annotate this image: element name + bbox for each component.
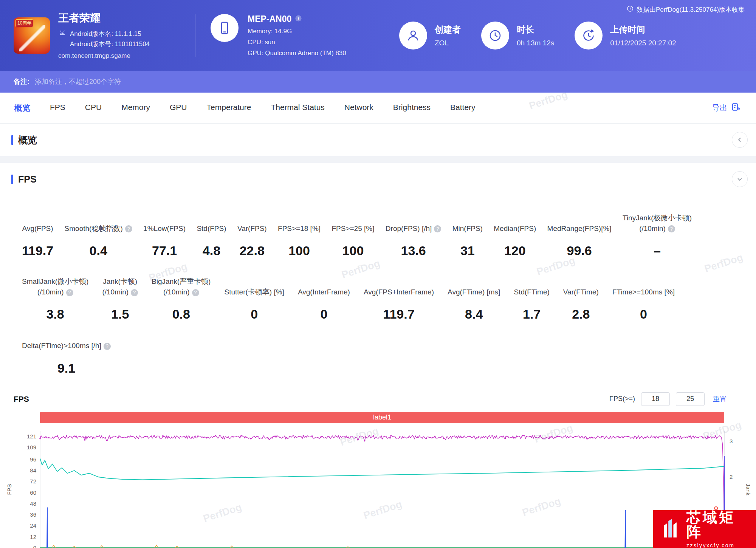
creator-value: ZOL [435, 39, 461, 47]
overview-section-title: 概览 [18, 134, 37, 146]
metric-value: 3.8 [22, 307, 88, 322]
fps-max-input[interactable] [676, 392, 705, 406]
tab-Battery[interactable]: Battery [450, 103, 476, 113]
metric-value: 77.1 [143, 243, 186, 258]
device-info-icon[interactable]: i [295, 14, 302, 24]
metric-cell: MedRange(FPS)[%]99.6 [547, 223, 612, 259]
app-block: 10周年 王者荣耀 Android版本名: 11.1.1.15 Android版… [14, 11, 191, 60]
export-button[interactable]: 导出 [712, 102, 741, 114]
metric-value: 4.8 [197, 243, 226, 258]
creator-icon [399, 22, 427, 50]
svg-text:36: 36 [30, 511, 36, 518]
svg-text:12: 12 [30, 533, 36, 540]
metric-cell: SmallJank(微小卡顿)(/10min)?3.8 [22, 276, 88, 322]
svg-text:0: 0 [33, 545, 36, 548]
device-block: MEP-AN00 i Memory: 14.9G CPU: sun GPU: Q… [211, 14, 379, 57]
section-divider [0, 156, 756, 163]
metric-cell: FPS>=25 [%]100 [332, 223, 374, 259]
help-icon[interactable]: ? [668, 225, 675, 232]
metric-value: 100 [278, 243, 321, 258]
duration-value: 0h 13m 12s [517, 39, 554, 47]
tab-概览[interactable]: 概览 [14, 103, 30, 113]
metric-value: 100 [332, 243, 374, 258]
metric-cell: Min(FPS)31 [452, 223, 483, 259]
metric-value: 1.7 [514, 307, 549, 322]
overview-collapse-button[interactable] [732, 132, 748, 148]
metric-value: 120 [494, 243, 536, 258]
tab-FPS[interactable]: FPS [50, 103, 65, 113]
upload-value: 01/12/2025 20:27:02 [610, 39, 676, 47]
game-app-icon: 10周年 [14, 17, 50, 54]
tab-Brightness[interactable]: Brightness [393, 103, 431, 113]
help-icon[interactable]: ? [125, 225, 132, 232]
fps-section: FPS Avg(FPS)119.7Smooth(稳帧指数)?0.41%Low(F… [0, 163, 756, 548]
metric-value: 9.1 [22, 361, 111, 376]
metric-label: Var(FPS) [237, 223, 267, 234]
package-name: com.tencent.tmgp.sgame [58, 52, 150, 60]
metric-cell: TinyJank(极微小卡顿)(/10min)?– [623, 213, 692, 258]
help-icon[interactable]: ? [66, 289, 73, 296]
metric-cell: Std(FPS)4.8 [197, 223, 226, 259]
brand-site: zzslyyxcfy.com [686, 542, 750, 548]
metric-cell: Var(FTime)2.8 [563, 287, 599, 322]
help-icon[interactable]: ? [104, 343, 111, 350]
fps-min-input[interactable] [641, 392, 670, 406]
tab-GPU[interactable]: GPU [170, 103, 187, 113]
metric-value: 119.7 [22, 243, 53, 258]
metric-cell: Stutter(卡顿率) [%]0 [224, 287, 284, 322]
metric-label: Median(FPS) [494, 223, 536, 234]
device-memory: Memory: 14.9G [248, 28, 346, 35]
collect-note: i 数据由PerfDog(11.3.250764)版本收集 [627, 5, 745, 14]
android-version-name: Android版本名: 11.1.1.15 [70, 29, 150, 39]
metric-cell: Delta(FTime)>100ms [/h]?9.1 [22, 341, 111, 376]
metric-value: 119.7 [364, 307, 434, 322]
svg-text:96: 96 [30, 456, 36, 462]
android-version-code: Android版本号: 1101011504 [70, 39, 150, 49]
metric-value: 31 [452, 243, 483, 258]
metric-label: Var(FTime) [563, 287, 599, 297]
fps-line-chart: 0122436486072849610912112300:0000:4201:2… [0, 425, 756, 548]
metric-label: Stutter(卡顿率) [%] [224, 287, 284, 297]
metric-cell: FTime>=100ms [%]0 [612, 287, 675, 322]
metric-label: BigJank(严重卡顿)(/10min)? [152, 276, 211, 297]
tab-Network[interactable]: Network [344, 103, 373, 113]
fps-metrics-row-1: Avg(FPS)119.7Smooth(稳帧指数)?0.41%Low(FPS)7… [0, 213, 756, 258]
fps-collapse-button[interactable] [732, 171, 748, 187]
chart-header: FPS FPS(>=) 重置 [0, 392, 756, 406]
header-divider [195, 14, 195, 57]
metric-cell: Avg(FTime) [ms]8.4 [448, 287, 500, 322]
tab-bar: 概览FPSCPUMemoryGPUTemperatureThermal Stat… [0, 93, 756, 124]
creator-label: 创建者 [435, 24, 461, 36]
help-icon[interactable]: ? [434, 225, 441, 232]
reset-link[interactable]: 重置 [713, 395, 727, 404]
metric-label: TinyJank(极微小卡顿)(/10min)? [623, 213, 692, 234]
duration-label: 时长 [517, 24, 554, 36]
tab-Memory[interactable]: Memory [121, 103, 150, 113]
perfdog-report-page: 10周年 王者荣耀 Android版本名: 11.1.1.15 Android版… [0, 0, 756, 548]
metric-value: 0.8 [152, 307, 211, 322]
tab-Thermal Status[interactable]: Thermal Status [271, 103, 324, 113]
chart-label-band: label1 [40, 412, 724, 423]
overview-section: 概览 [0, 124, 756, 156]
metric-value: 99.6 [547, 243, 612, 258]
duration-block: 时长 0h 13m 12s [481, 22, 554, 50]
help-icon[interactable]: ? [131, 289, 138, 296]
remark-bar[interactable]: 备注: 添加备注，不超过200个字符 [0, 71, 756, 93]
brand-name: 芯域矩阵 [686, 510, 750, 539]
metric-cell: 1%Low(FPS)77.1 [143, 223, 186, 259]
help-icon[interactable]: ? [192, 289, 199, 296]
metric-value: 0 [298, 307, 350, 322]
tab-CPU[interactable]: CPU [85, 103, 102, 113]
metric-label: FTime>=100ms [%] [612, 287, 675, 297]
metric-value: – [623, 243, 692, 258]
metric-value: 1.5 [102, 307, 138, 322]
metric-cell: Var(FPS)22.8 [237, 223, 267, 259]
upload-time-icon [575, 22, 603, 50]
metric-cell: BigJank(严重卡顿)(/10min)?0.8 [152, 276, 211, 322]
svg-text:24: 24 [30, 522, 36, 529]
metric-value: 13.6 [386, 243, 441, 258]
metric-label: Avg(FTime) [ms] [448, 287, 500, 297]
section-accent-bar [11, 135, 13, 145]
tab-Temperature[interactable]: Temperature [207, 103, 251, 113]
device-cpu: CPU: sun [248, 39, 346, 46]
